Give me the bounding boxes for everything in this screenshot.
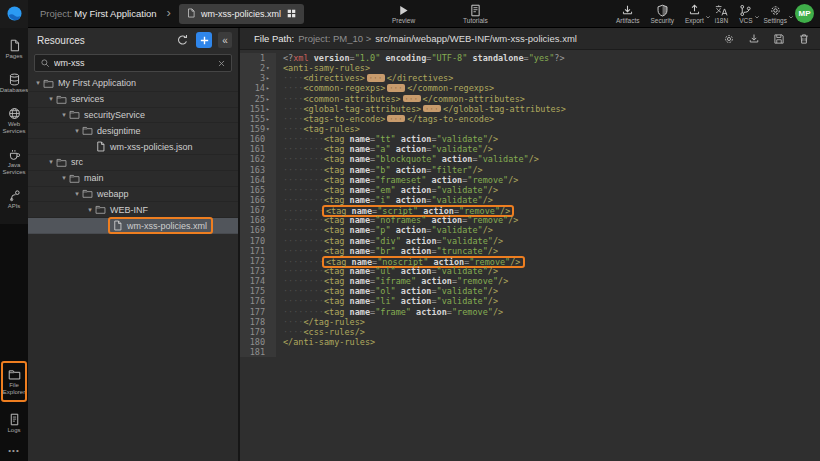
preview-button[interactable]: Preview: [392, 3, 415, 24]
folder-icon: [43, 78, 54, 89]
sidebar-item-logs[interactable]: Logs: [0, 406, 28, 440]
project-breadcrumb[interactable]: Project:My First Application: [40, 8, 157, 19]
topbar-action-security[interactable]: Security: [650, 3, 673, 24]
tree-item-webapp[interactable]: ▾webapp: [28, 187, 238, 203]
fold-toggle-icon[interactable]: ▸: [266, 114, 273, 124]
code-line-1: 1<?xml version="1.0" encoding="UTF-8" st…: [240, 53, 820, 63]
sidebar-item-apis[interactable]: APIs: [0, 182, 28, 216]
tree-expand-arrow[interactable]: ▾: [46, 158, 56, 166]
tree-item-wm-xss-policies-xml[interactable]: wm-xss-policies.xml: [28, 218, 238, 234]
coffee-icon: [8, 147, 21, 160]
code-text: ····<tag-rules>: [276, 124, 360, 134]
code-text: ········<tag name="iframe" action="remov…: [276, 276, 508, 286]
resources-panel: Resources « ▾My First Application▾servic…: [28, 28, 240, 461]
line-number: 169: [240, 225, 276, 235]
tutorials-button[interactable]: Tutorials: [463, 3, 488, 24]
folded-code-marker[interactable]: ···: [367, 74, 385, 82]
shield-icon: [656, 3, 669, 16]
tree-expand-arrow[interactable]: ▾: [72, 127, 82, 135]
tree-item-src[interactable]: ▾src: [28, 155, 238, 171]
code-text: ········<tag name="ol" action="validate"…: [276, 286, 498, 296]
topbar-action-label: Export: [685, 17, 704, 24]
folded-code-marker[interactable]: ···: [423, 105, 441, 113]
resources-title: Resources: [37, 35, 85, 46]
grid-icon[interactable]: [286, 8, 297, 19]
tree-item-my-first-application[interactable]: ▾My First Application: [28, 76, 238, 92]
sidebar-item-web-services[interactable]: Web Services: [0, 100, 28, 141]
topbar-actions: ArtifactsSecurityExporti18NVCSSettings: [616, 3, 795, 24]
topbar-action-artifacts[interactable]: Artifacts: [616, 3, 639, 24]
trash-icon[interactable]: [798, 33, 810, 45]
user-avatar[interactable]: MP: [795, 4, 814, 23]
tab-wm-xss-policies[interactable]: wm-xss-policies.xml: [179, 4, 304, 24]
tree-item-wm-xss-policies-json[interactable]: wm-xss-policies.json: [28, 139, 238, 155]
search-input[interactable]: [54, 58, 213, 68]
folded-code-marker[interactable]: ···: [387, 84, 405, 92]
fold-toggle-icon[interactable]: ▸: [266, 83, 273, 93]
sidebar-item-label: Logs: [7, 427, 20, 434]
folded-code-marker[interactable]: ···: [403, 95, 421, 103]
code-text: ········<tag name="p" action="validate"/…: [276, 225, 493, 235]
project-label: Project:: [40, 8, 72, 19]
tree-item-web-inf[interactable]: ▾WEB-INF: [28, 202, 238, 218]
code-line-172: 172········<tag name="noscript" action="…: [240, 256, 820, 266]
code-line-166: 166········<tag name="i" action="validat…: [240, 195, 820, 205]
line-number: 172: [240, 256, 276, 266]
fold-toggle-icon[interactable]: ▸: [266, 94, 273, 104]
folder-icon: [82, 188, 93, 199]
line-number: 180: [240, 337, 276, 347]
file-path-bar: File Path: Project: PM_10 > src/main/web…: [240, 28, 820, 50]
topbar-action-label: VCS: [739, 17, 752, 24]
topbar-action-vcs[interactable]: VCS: [739, 3, 752, 24]
add-resource-button[interactable]: [196, 32, 212, 48]
tree-expand-arrow[interactable]: ▾: [59, 174, 69, 182]
topbar-action-label: Artifacts: [616, 17, 639, 24]
code-text: ····<common-attributes>···</common-attri…: [276, 94, 525, 104]
line-number: 163: [240, 165, 276, 175]
code-text: ········<tag name="li" action="validate"…: [276, 296, 498, 306]
clear-search-icon[interactable]: [217, 59, 226, 68]
topbar-action-export[interactable]: Export: [685, 3, 704, 24]
save-icon[interactable]: [773, 33, 785, 45]
topbar-action-label: Settings: [764, 17, 788, 24]
tree-item-main[interactable]: ▾main: [28, 171, 238, 187]
tree-expand-arrow[interactable]: ▾: [33, 79, 43, 87]
code-line-159: 159▾····<tag-rules>: [240, 124, 820, 134]
fold-toggle-icon[interactable]: ▸: [266, 104, 273, 114]
topbar-action-settings[interactable]: Settings: [764, 3, 788, 24]
fold-toggle-icon[interactable]: ▸: [266, 73, 273, 83]
code-editor[interactable]: 1<?xml version="1.0" encoding="UTF-8" st…: [240, 50, 820, 461]
fold-toggle-icon[interactable]: ▾: [266, 124, 273, 134]
tree-expand-arrow[interactable]: ▾: [46, 95, 56, 103]
line-number: 164: [240, 175, 276, 185]
tree-item-label: webapp: [97, 189, 129, 199]
fold-toggle-icon[interactable]: ▾: [266, 63, 273, 73]
topbar-action-i18n[interactable]: i18N: [715, 3, 728, 24]
refresh-icon[interactable]: [175, 33, 190, 48]
tree-expand-arrow[interactable]: ▾: [72, 190, 82, 198]
sidebar-item-pages[interactable]: Pages: [0, 32, 28, 66]
resources-search: [34, 54, 232, 72]
sidebar-item-databases[interactable]: Databases: [0, 66, 28, 100]
wavemaker-logo-icon: [6, 5, 23, 22]
gear-icon[interactable]: [723, 33, 735, 45]
folded-code-marker[interactable]: ···: [387, 115, 405, 123]
line-number: 151▸: [240, 104, 276, 114]
code-text: ········<tag name="frame" action="remove…: [276, 307, 503, 317]
tree-expand-arrow[interactable]: ▾: [59, 111, 69, 119]
download-icon[interactable]: [748, 33, 760, 45]
sidebar-item-label: APIs: [8, 203, 21, 210]
tree-item-designtime[interactable]: ▾designtime: [28, 123, 238, 139]
tree-expand-arrow[interactable]: ▾: [85, 206, 95, 214]
collapse-panel-button[interactable]: «: [218, 32, 232, 48]
code-text: ····<common-regexps>···</common-regexps>: [276, 83, 494, 93]
sidebar-item-java-services[interactable]: Java Services: [0, 141, 28, 182]
code-text: </anti-samy-rules>: [276, 337, 375, 347]
topbar-action-label: i18N: [715, 17, 728, 24]
code-text: ····<global-tag-attributes>···</global-t…: [276, 104, 566, 114]
sidebar-item-file-explorer[interactable]: File Explorer: [1, 361, 27, 402]
tree-item-services[interactable]: ▾services: [28, 92, 238, 108]
app-logo[interactable]: [0, 0, 28, 28]
sidebar-more-button[interactable]: •••: [0, 440, 28, 459]
tree-item-securityservice[interactable]: ▾securityService: [28, 108, 238, 124]
